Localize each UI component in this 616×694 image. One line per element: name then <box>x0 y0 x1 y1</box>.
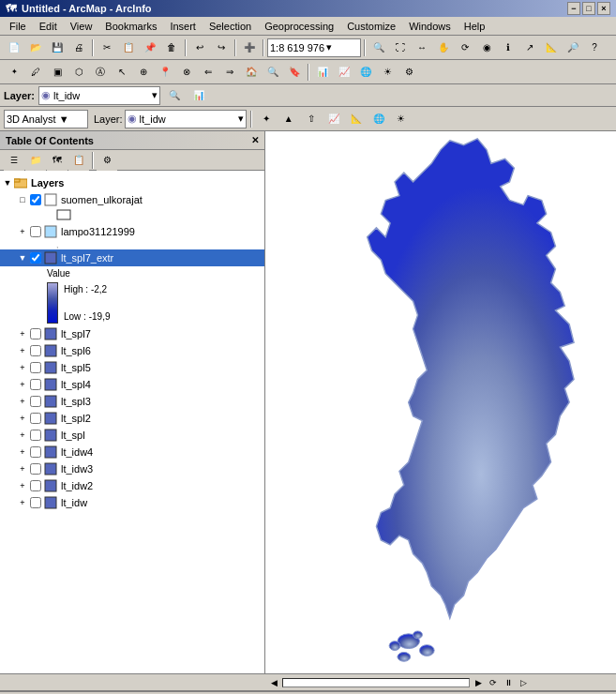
lt-spl4-expand[interactable]: + <box>17 379 28 390</box>
t2-13[interactable]: 🔍 <box>263 62 283 83</box>
help-btn2[interactable]: ? <box>584 38 605 58</box>
lt-spl3-checkbox[interactable] <box>30 396 41 407</box>
print-btn[interactable]: 🖨 <box>68 38 89 58</box>
layer-combo[interactable]: ◉ lt_idw ▾ <box>38 86 160 105</box>
lt-spl5-checkbox[interactable] <box>30 362 41 373</box>
minimize-button[interactable]: − <box>567 2 580 15</box>
analyst-combo[interactable]: 3D Analyst ▼ <box>4 110 88 128</box>
cut-btn[interactable]: ✂ <box>97 38 117 58</box>
lt-idw-expand[interactable]: + <box>17 497 28 508</box>
t2-18[interactable]: ☀ <box>377 62 398 83</box>
lt-idw4-expand[interactable]: + <box>17 446 28 458</box>
scroll-track[interactable] <box>282 678 470 687</box>
lt-spl5-expand[interactable]: + <box>17 362 28 373</box>
copy-btn[interactable]: 📋 <box>118 38 139 58</box>
suomen-expand[interactable]: □ <box>17 194 28 205</box>
menu-bookmarks[interactable]: Bookmarks <box>99 19 162 34</box>
toc-layers-group[interactable]: ▼ Layers <box>0 174 264 191</box>
toc-item-lt-spl7[interactable]: + lt_spl7 <box>0 325 264 342</box>
analyst-btn4[interactable]: 📈 <box>323 109 344 129</box>
menu-windows[interactable]: Windows <box>403 19 457 34</box>
close-button[interactable]: × <box>597 2 610 15</box>
toc-item-lt-spl7-extr[interactable]: ▼ lt_spl7_extr <box>0 249 264 266</box>
tool9[interactable]: 📐 <box>541 38 562 58</box>
toc-item-lt-idw3[interactable]: + lt_idw3 <box>0 460 264 477</box>
scroll-right-btn[interactable]: ▶ <box>472 676 485 689</box>
t2-19[interactable]: ⚙ <box>398 62 419 83</box>
analyst-btn5[interactable]: 📐 <box>346 109 367 129</box>
tool6[interactable]: ◉ <box>476 38 497 58</box>
lampo-checkbox[interactable] <box>30 226 41 237</box>
delete-btn[interactable]: 🗑 <box>161 38 182 58</box>
t2-12[interactable]: 🏠 <box>241 62 262 83</box>
maximize-button[interactable]: □ <box>582 2 595 15</box>
toc-options-btn[interactable]: ⚙ <box>97 150 117 171</box>
lt-spl6-checkbox[interactable] <box>30 345 41 356</box>
lt-spl2-expand[interactable]: + <box>17 413 28 424</box>
menu-customize[interactable]: Customize <box>341 19 401 34</box>
redo-btn[interactable]: ↪ <box>211 38 232 58</box>
tool5[interactable]: ⟳ <box>455 38 475 58</box>
analyst-btn7[interactable]: ☀ <box>391 109 412 129</box>
t2-3[interactable]: ▣ <box>47 62 68 83</box>
tool8[interactable]: ↗ <box>519 38 540 58</box>
lt-spl2-checkbox[interactable] <box>30 413 41 424</box>
undo-btn[interactable]: ↩ <box>189 38 210 58</box>
toc-item-suomen[interactable]: □ suomen_ulkorajat <box>0 191 264 208</box>
lt-idw3-checkbox[interactable] <box>30 463 41 475</box>
t2-9[interactable]: ⊗ <box>176 62 197 83</box>
toc-folder-btn[interactable]: 📁 <box>25 150 46 171</box>
toc-layer-btn[interactable]: 🗺 <box>47 150 68 171</box>
toc-item-lt-spl6[interactable]: + lt_spl6 <box>0 342 264 359</box>
tool2[interactable]: ⛶ <box>390 38 411 58</box>
paste-btn[interactable]: 📌 <box>140 38 160 58</box>
lt-idw3-expand[interactable]: + <box>17 463 28 475</box>
tool1[interactable]: 🔍 <box>368 38 389 58</box>
tool7[interactable]: ℹ <box>498 38 518 58</box>
lt-spl7-checkbox[interactable] <box>30 328 41 339</box>
t2-14[interactable]: 🔖 <box>284 62 305 83</box>
t2-2[interactable]: 🖊 <box>25 62 46 83</box>
lt-spl7-extr-checkbox[interactable] <box>30 252 41 264</box>
toc-item-lt-spl3[interactable]: + lt_spl3 <box>0 393 264 410</box>
t2-15[interactable]: 📊 <box>312 62 333 83</box>
t2-6[interactable]: ↖ <box>112 62 132 83</box>
lt-idw2-checkbox[interactable] <box>30 480 41 491</box>
t2-17[interactable]: 🌐 <box>355 62 376 83</box>
toc-item-lt-spl4[interactable]: + lt_spl4 <box>0 376 264 393</box>
t2-5[interactable]: Ⓐ <box>90 62 111 83</box>
analyst-layer-combo[interactable]: ◉ lt_idw ▾ <box>125 110 247 128</box>
lt-idw2-expand[interactable]: + <box>17 480 28 491</box>
tool10[interactable]: 🔎 <box>563 38 583 58</box>
menu-geoprocessing[interactable]: Geoprocessing <box>259 19 339 34</box>
toc-source-btn[interactable]: 📋 <box>68 150 89 171</box>
toc-item-lampo[interactable]: + lampo31121999 <box>0 223 264 240</box>
lt-spl-expand[interactable]: + <box>17 430 28 441</box>
lt-spl6-expand[interactable]: + <box>17 345 28 356</box>
lt-spl7-expand[interactable]: + <box>17 328 28 339</box>
menu-view[interactable]: View <box>65 19 98 34</box>
lt-spl7-extr-expand[interactable]: ▼ <box>17 252 28 264</box>
toc-close-btn[interactable]: ✕ <box>251 135 259 145</box>
toc-item-lt-idw4[interactable]: + lt_idw4 <box>0 444 264 460</box>
analyst-btn6[interactable]: 🌐 <box>368 109 389 129</box>
t2-7[interactable]: ⊕ <box>133 62 154 83</box>
new-btn[interactable]: 📄 <box>4 38 24 58</box>
layers-expand-icon[interactable]: ▼ <box>2 177 13 189</box>
menu-selection[interactable]: Selection <box>203 19 257 34</box>
toc-item-lt-idw2[interactable]: + lt_idw2 <box>0 477 264 494</box>
tool3[interactable]: ↔ <box>412 38 432 58</box>
t2-4[interactable]: ⬡ <box>68 62 89 83</box>
layer-chart-btn[interactable]: 📊 <box>188 85 209 106</box>
save-btn[interactable]: 💾 <box>47 38 68 58</box>
lt-idw-checkbox[interactable] <box>30 497 41 508</box>
t2-10[interactable]: ⇐ <box>198 62 218 83</box>
t2-8[interactable]: 📍 <box>155 62 175 83</box>
toc-item-lt-spl[interactable]: + lt_spl <box>0 427 264 444</box>
lt-spl4-checkbox[interactable] <box>30 379 41 390</box>
lt-spl-checkbox[interactable] <box>30 430 41 441</box>
scale-combo[interactable]: 1:8 619 976 ▾ <box>267 38 361 57</box>
toc-item-lt-spl2[interactable]: + lt_spl2 <box>0 410 264 427</box>
analyst-btn1[interactable]: ✦ <box>256 109 277 129</box>
lt-spl3-expand[interactable]: + <box>17 396 28 407</box>
